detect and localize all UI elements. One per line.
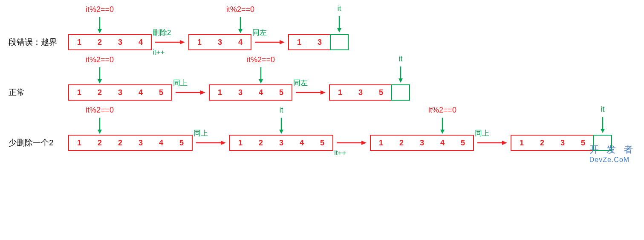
cell: 5 bbox=[171, 136, 192, 150]
svg-marker-5 bbox=[238, 29, 243, 33]
ptr-label: it bbox=[399, 55, 403, 64]
watermark-line2: DevZe.CoM bbox=[589, 156, 635, 164]
down-arrow-icon bbox=[439, 118, 446, 134]
row3-label: 少删除一个2 bbox=[9, 137, 68, 148]
row1-group: it%2==0 1 2 3 4 删除2 it++ it%2==0 1 3 4 同… bbox=[68, 34, 349, 50]
cell: 3 bbox=[130, 136, 151, 150]
array-r3a: it%2==0 1 2 2 3 4 5 bbox=[68, 135, 193, 151]
cell: 2 bbox=[110, 136, 130, 150]
cell: 2 bbox=[90, 35, 110, 49]
cell: 1 bbox=[371, 136, 391, 150]
cell: 3 bbox=[271, 136, 292, 150]
arrow-label-bottom: it++ bbox=[334, 149, 346, 157]
cell: 5 bbox=[151, 85, 171, 100]
right-arrow-icon: it++ bbox=[337, 139, 367, 146]
cell: 2 bbox=[532, 136, 552, 150]
svg-marker-13 bbox=[200, 90, 205, 95]
cell: 1 bbox=[69, 136, 90, 150]
ptr-label: it bbox=[601, 105, 605, 114]
down-arrow-icon bbox=[599, 117, 606, 133]
arrow-label-top: 同上 bbox=[173, 78, 188, 88]
row-miss-one: 少删除一个2 it%2==0 1 2 2 3 4 5 同上 it 1 2 3 bbox=[9, 135, 635, 151]
row3-group: it%2==0 1 2 2 3 4 5 同上 it 1 2 3 4 5 bbox=[68, 135, 612, 151]
svg-marker-17 bbox=[321, 90, 326, 95]
array-r3c: it%2==0 1 2 3 4 5 bbox=[370, 135, 474, 151]
array-r2c: 1 3 5 bbox=[329, 84, 392, 101]
svg-marker-33 bbox=[601, 129, 605, 133]
cell: 4 bbox=[230, 35, 251, 49]
svg-marker-15 bbox=[259, 79, 263, 84]
svg-marker-11 bbox=[98, 79, 102, 84]
cell: 3 bbox=[350, 85, 371, 100]
cell: 1 bbox=[230, 136, 251, 150]
cell: 2 bbox=[90, 136, 110, 150]
right-arrow-icon: 同上 bbox=[477, 139, 507, 146]
arrow-label-top: 删除2 bbox=[153, 28, 171, 38]
array-r1c: 1 3 bbox=[288, 34, 331, 50]
cell: 3 bbox=[210, 35, 230, 49]
cell: 4 bbox=[130, 35, 151, 49]
cell: 1 bbox=[511, 136, 532, 150]
ptr-label: it%2==0 bbox=[86, 55, 114, 64]
arrow-label-top: 同左 bbox=[252, 28, 267, 38]
cell: 3 bbox=[552, 136, 573, 150]
cell: 4 bbox=[151, 136, 171, 150]
arrow-label-top: 同左 bbox=[293, 78, 308, 88]
row-normal: 正常 it%2==0 1 2 3 4 5 同上 it%2==0 1 3 4 5 bbox=[9, 84, 635, 101]
svg-marker-31 bbox=[502, 141, 507, 145]
right-arrow-icon: 同左 bbox=[296, 89, 326, 96]
down-arrow-icon bbox=[96, 67, 103, 84]
ptr-label: it bbox=[338, 4, 341, 13]
cell: 1 bbox=[210, 85, 230, 100]
down-arrow-icon bbox=[397, 67, 404, 83]
cell: 5 bbox=[371, 85, 391, 100]
cell: 1 bbox=[289, 35, 309, 49]
array-r3d: 1 2 3 5 bbox=[511, 135, 594, 151]
cell: 3 bbox=[110, 35, 130, 49]
arrow-label-top: 同上 bbox=[475, 128, 489, 138]
array-r2a: it%2==0 1 2 3 4 5 bbox=[68, 84, 172, 101]
cell: 5 bbox=[271, 85, 292, 100]
down-arrow-icon bbox=[257, 67, 264, 84]
array-r2b: it%2==0 1 3 4 5 bbox=[209, 84, 292, 101]
ptr-label: it%2==0 bbox=[86, 5, 114, 14]
cell: 1 bbox=[69, 35, 90, 49]
cell: 5 bbox=[312, 136, 332, 150]
down-arrow-icon bbox=[96, 118, 103, 134]
row2-group: it%2==0 1 2 3 4 5 同上 it%2==0 1 3 4 5 同左 bbox=[68, 84, 410, 101]
cell: 4 bbox=[432, 136, 453, 150]
svg-marker-29 bbox=[440, 130, 445, 134]
ptr-label: it%2==0 bbox=[428, 106, 456, 115]
array-r1b: it%2==0 1 3 4 bbox=[188, 34, 251, 50]
ptr-label: it bbox=[280, 106, 283, 115]
svg-marker-19 bbox=[399, 78, 403, 83]
cell: 3 bbox=[110, 85, 130, 100]
array-r3b: it 1 2 3 4 5 bbox=[229, 135, 333, 151]
right-arrow-icon: 删除2 it++ bbox=[155, 39, 185, 46]
cell: 2 bbox=[391, 136, 412, 150]
row2-label: 正常 bbox=[9, 87, 68, 98]
svg-marker-25 bbox=[279, 130, 283, 134]
svg-marker-7 bbox=[280, 40, 285, 44]
cell: 4 bbox=[130, 85, 151, 100]
cell: 3 bbox=[412, 136, 432, 150]
cell: 1 bbox=[189, 35, 210, 49]
row-segfault: 段错误：越界 it%2==0 1 2 3 4 删除2 it++ it%2==0 … bbox=[9, 34, 635, 50]
right-arrow-icon: 同上 bbox=[196, 139, 226, 146]
watermark-line1: 开 发 者 bbox=[589, 143, 635, 156]
arrow-label-top: 同上 bbox=[193, 128, 208, 138]
down-arrow-icon bbox=[237, 17, 244, 33]
svg-marker-23 bbox=[221, 141, 226, 145]
down-arrow-icon bbox=[278, 118, 285, 134]
cell: 2 bbox=[251, 136, 271, 150]
array-r1a: it%2==0 1 2 3 4 bbox=[68, 34, 152, 50]
cell: 5 bbox=[453, 136, 473, 150]
cell: 2 bbox=[90, 85, 110, 100]
svg-marker-1 bbox=[98, 29, 102, 33]
ptr-label: it%2==0 bbox=[247, 55, 275, 64]
cell: 3 bbox=[230, 85, 251, 100]
cell: 3 bbox=[309, 35, 330, 49]
cell: 4 bbox=[251, 85, 271, 100]
arrow-label-bottom: it++ bbox=[153, 48, 165, 57]
green-empty-cell: it bbox=[391, 84, 410, 101]
